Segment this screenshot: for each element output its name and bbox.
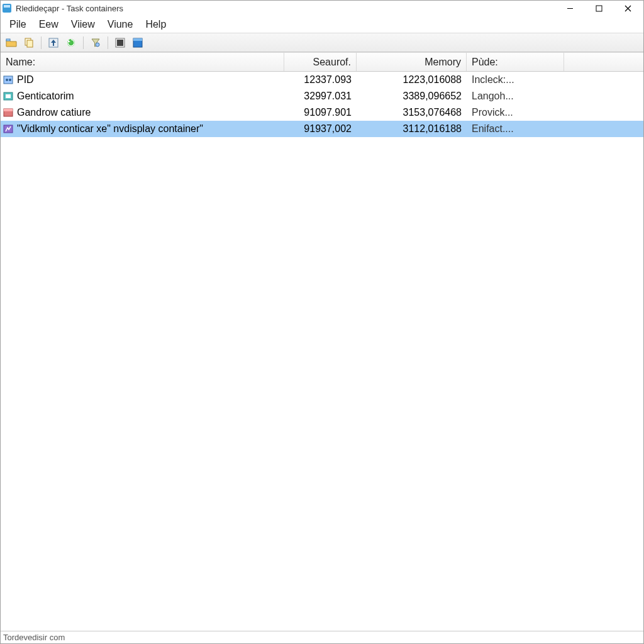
titlebar: Rledideçapr - Task containers xyxy=(1,1,643,16)
process-icon xyxy=(3,108,13,118)
process-name: PID xyxy=(17,74,34,86)
copy-icon[interactable] xyxy=(21,35,37,50)
window-controls xyxy=(555,1,642,16)
menu-viune[interactable]: Viune xyxy=(101,16,140,33)
process-memory: 1223,016088 xyxy=(357,74,467,86)
process-memory: 3112,016188 xyxy=(357,123,467,135)
rows-container: PID 12337.093 1223,016088 Incleck:... Ge… xyxy=(1,72,643,631)
process-pide: Provick... xyxy=(467,107,564,118)
process-memory: 3153,076468 xyxy=(357,107,467,118)
svg-rect-13 xyxy=(117,40,123,46)
process-pide: Langoh... xyxy=(467,91,564,102)
process-name: Genticatorim xyxy=(17,91,74,102)
svg-rect-3 xyxy=(596,6,602,11)
table-row[interactable]: PID 12337.093 1223,016088 Incleck:... xyxy=(1,72,643,88)
window-title: Rledideçapr - Task containers xyxy=(16,4,555,13)
properties-icon[interactable] xyxy=(112,35,128,50)
refresh-icon[interactable] xyxy=(63,35,79,50)
process-pide: Incleck:... xyxy=(467,74,564,86)
svg-rect-15 xyxy=(133,38,142,41)
process-search: 32997.031 xyxy=(284,91,357,102)
menu-help[interactable]: Help xyxy=(139,16,172,33)
process-search: 91937,002 xyxy=(284,123,357,135)
window-icon[interactable] xyxy=(130,35,146,50)
svg-rect-1 xyxy=(4,5,10,8)
process-name: Gandrow catiure xyxy=(17,107,91,118)
process-pide: Enifact.... xyxy=(467,123,564,135)
svg-rect-6 xyxy=(6,39,10,41)
maximize-button[interactable] xyxy=(584,1,613,16)
menubar: Pile Eew Viiew Viune Help xyxy=(1,16,643,33)
process-icon xyxy=(3,124,13,134)
process-list: Name: Seaurof. Memory Pùde: PID 12337.09… xyxy=(1,52,643,631)
header-memory[interactable]: Memory xyxy=(357,53,467,71)
status-text: Tordevedisir com xyxy=(3,633,65,642)
table-row[interactable]: "Vidkmly conticar xe" nvdisplay containe… xyxy=(1,121,643,137)
minimize-button[interactable] xyxy=(555,1,584,16)
process-search: 12337.093 xyxy=(284,74,357,86)
process-search: 91097.901 xyxy=(284,107,357,118)
table-row[interactable]: Genticatorim 32997.031 3389,096652 Lango… xyxy=(1,88,643,104)
statusbar: Tordevedisir com xyxy=(1,631,643,643)
svg-point-17 xyxy=(6,79,8,81)
menu-pile[interactable]: Pile xyxy=(3,16,33,33)
svg-rect-8 xyxy=(27,40,33,47)
filter-icon[interactable] xyxy=(87,35,104,50)
svg-point-18 xyxy=(9,79,11,81)
header-name[interactable]: Name: xyxy=(1,53,284,71)
process-name: "Vidkmly conticar xe" nvdisplay containe… xyxy=(17,123,203,135)
toolbar-separator xyxy=(108,36,108,49)
close-button[interactable] xyxy=(613,1,642,16)
up-arrow-icon[interactable] xyxy=(45,35,62,50)
header-search[interactable]: Seaurof. xyxy=(284,53,357,71)
process-icon xyxy=(3,91,13,101)
toolbar xyxy=(1,33,643,52)
process-icon xyxy=(3,75,13,85)
toolbar-separator xyxy=(83,36,84,49)
menu-eew[interactable]: Eew xyxy=(33,16,65,33)
table-row[interactable]: Gandrow catiure 91097.901 3153,076468 Pr… xyxy=(1,104,643,121)
column-headers: Name: Seaurof. Memory Pùde: xyxy=(1,53,643,72)
app-window: Rledideçapr - Task containers Pile Eew V… xyxy=(0,0,644,644)
header-pide[interactable]: Pùde: xyxy=(467,53,564,71)
svg-rect-22 xyxy=(4,109,13,111)
svg-point-10 xyxy=(67,39,75,47)
menu-view[interactable]: Viiew xyxy=(65,16,101,33)
open-folder-icon[interactable] xyxy=(3,35,19,50)
app-icon xyxy=(2,3,12,13)
svg-point-11 xyxy=(96,43,99,47)
svg-rect-20 xyxy=(6,94,11,98)
process-memory: 3389,096652 xyxy=(357,91,467,102)
toolbar-separator xyxy=(41,36,42,49)
